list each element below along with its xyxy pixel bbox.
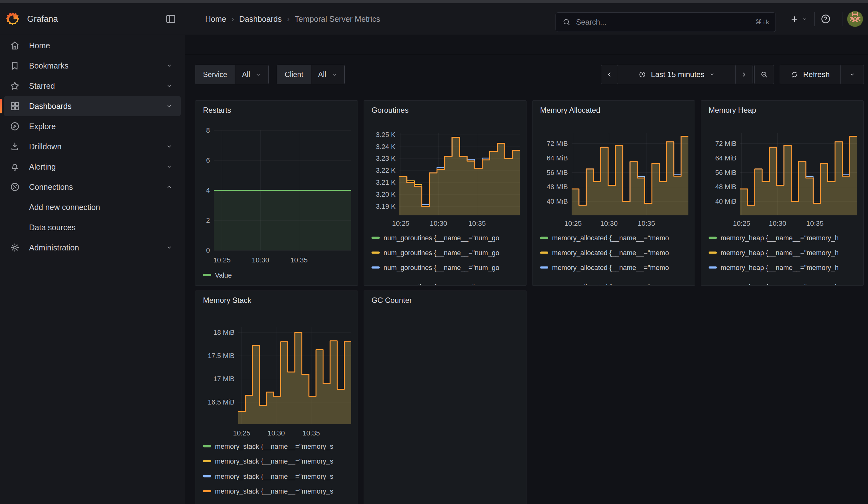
window-top-edge	[0, 0, 868, 3]
chevron-down-icon	[331, 71, 338, 78]
panel-title[interactable]: Restarts	[203, 106, 231, 115]
y-axis-label: 40 MiB	[547, 198, 568, 205]
legend-label: num_goroutines {__name__="num_go	[383, 234, 499, 242]
panel-title[interactable]: GC Counter	[372, 296, 412, 305]
nav-divider	[814, 12, 815, 26]
x-axis-label: 10:35	[290, 256, 308, 264]
sidebar-item-home[interactable]: Home	[4, 35, 181, 55]
panel-title[interactable]: Memory Heap	[709, 106, 756, 115]
filter-value: All	[242, 70, 250, 79]
y-axis-label: 16.5 MiB	[208, 399, 235, 406]
zoom-out-button[interactable]	[754, 65, 774, 84]
legend-swatch	[372, 267, 380, 269]
chevron-up-icon[interactable]	[166, 184, 173, 191]
breadcrumb-link[interactable]: Home	[205, 14, 226, 24]
sidebar-item-bookmarks[interactable]: Bookmarks	[4, 55, 181, 76]
chart-gc-counter[interactable]	[368, 310, 523, 504]
plus-icon	[790, 14, 799, 24]
chart-goroutines[interactable]: 3.25 K3.24 K3.23 K3.22 K3.21 K3.20 K3.19…	[368, 120, 523, 285]
y-axis-label: 72 MiB	[547, 140, 568, 147]
time-forward-button[interactable]	[735, 65, 753, 84]
new-item-button[interactable]	[790, 13, 807, 25]
filter-value: All	[318, 70, 327, 79]
apps-grid-icon	[9, 101, 20, 112]
x-axis-label: 10:25	[233, 429, 250, 437]
nav-divider	[185, 3, 185, 35]
chart-restarts[interactable]: 8642010:2510:3010:35Value	[199, 120, 354, 285]
sidebar-item-label: Data sources	[29, 223, 75, 232]
chevron-down-icon[interactable]	[166, 143, 173, 150]
chart-memory-stack[interactable]: 18 MiB17.5 MiB17 MiB16.5 MiB10:2510:3010…	[199, 310, 354, 504]
x-axis-label: 10:30	[600, 219, 618, 227]
panel-title[interactable]: Goroutines	[372, 106, 409, 115]
y-axis-label: 3.23 K	[376, 155, 396, 162]
time-range-picker[interactable]: Last 15 minutes	[618, 65, 736, 84]
gear-icon	[9, 242, 20, 253]
sidebar-item-starred[interactable]: Starred	[4, 76, 181, 96]
y-axis-label: 3.20 K	[376, 191, 396, 198]
refresh-interval-button[interactable]	[840, 65, 864, 84]
sidebar-item-data-sources[interactable]: Data sources	[4, 217, 181, 237]
sidebar-item-explore[interactable]: Explore	[4, 116, 181, 136]
sidebar-item-add-new-connection[interactable]: Add new connection	[4, 197, 181, 217]
compass-icon	[9, 121, 20, 132]
x-axis-label: 10:25	[392, 219, 410, 227]
refresh-button[interactable]: Refresh	[779, 65, 840, 84]
avatar[interactable]	[847, 11, 863, 27]
search-icon	[562, 18, 571, 27]
chart-memory-heap[interactable]: 72 MiB64 MiB56 MiB48 MiB40 MiB10:2510:30…	[705, 120, 860, 285]
sidebar-item-label: Add new connection	[29, 203, 100, 212]
filter-value-dropdown[interactable]: All	[311, 65, 345, 84]
sidebar-item-label: Administration	[29, 243, 79, 252]
breadcrumb-link[interactable]: Dashboards	[239, 14, 282, 24]
breadcrumb-current: Temporal Server Metrics	[295, 14, 380, 24]
y-axis-label: 0	[206, 247, 210, 254]
x-axis-label: 10:30	[252, 256, 269, 264]
search-input[interactable]	[576, 17, 751, 27]
filter-service: ServiceAll	[195, 65, 269, 84]
nav-divider	[785, 12, 785, 26]
chevron-down-icon[interactable]	[166, 103, 173, 110]
time-range-label: Last 15 minutes	[651, 70, 704, 79]
sidebar-toggle-icon[interactable]	[165, 13, 177, 25]
sidebar-item-label: Dashboards	[29, 102, 72, 111]
chevron-down-icon[interactable]	[166, 244, 173, 251]
time-back-button[interactable]	[601, 65, 618, 84]
legend-label: memory_heap {__name__="memory_h	[721, 234, 839, 242]
chevron-down-icon[interactable]	[166, 82, 173, 89]
legend-label: memory_allocated {__name__="memo	[552, 264, 669, 271]
home-icon	[9, 40, 20, 51]
legend-swatch	[540, 237, 548, 239]
x-axis-label: 10:25	[564, 219, 582, 227]
y-axis-label: 3.19 K	[376, 203, 396, 210]
filter-value-dropdown[interactable]: All	[235, 65, 269, 84]
y-axis-label: 64 MiB	[715, 154, 736, 162]
refresh-icon	[790, 70, 798, 79]
chart-memory-allocated[interactable]: 72 MiB64 MiB56 MiB48 MiB40 MiB10:2510:30…	[536, 120, 692, 285]
bookmark-icon	[9, 60, 20, 71]
legend-label: memory_stack {__name__="memory_s	[215, 457, 333, 465]
panel-memory-heap: Memory Heap72 MiB64 MiB56 MiB48 MiB40 Mi…	[701, 101, 864, 286]
sidebar-item-connections[interactable]: Connections	[4, 177, 181, 197]
sidebar-item-dashboards[interactable]: Dashboards	[4, 96, 181, 116]
x-axis-label: 10:35	[468, 219, 486, 227]
legend-label: memory_stack {__name__="memory_s	[215, 487, 333, 495]
top-nav: Grafana Home›Dashboards›Temporal Server …	[0, 3, 868, 35]
sidebar-item-administration[interactable]: Administration	[4, 237, 181, 258]
chevron-down-icon[interactable]	[166, 62, 173, 69]
search-input-wrapper: ⌘+k	[556, 12, 776, 32]
sidebar-item-label: Alerting	[29, 162, 56, 172]
y-axis-label: 4	[206, 187, 210, 194]
panel-title[interactable]: Memory Stack	[203, 296, 251, 305]
legend-swatch	[540, 252, 548, 254]
help-icon[interactable]	[820, 13, 831, 25]
y-axis-label: 48 MiB	[715, 183, 736, 191]
chevron-down-icon[interactable]	[166, 163, 173, 170]
filter-label: Client	[277, 65, 311, 84]
legend-swatch	[203, 445, 211, 448]
sidebar-item-drilldown[interactable]: Drilldown	[4, 136, 181, 157]
panel-title[interactable]: Memory Allocated	[540, 106, 600, 115]
zoom-out-icon	[760, 70, 768, 79]
sidebar-item-alerting[interactable]: Alerting	[4, 157, 181, 177]
legend-label: memory_allocated {__name__="memo	[552, 234, 669, 242]
